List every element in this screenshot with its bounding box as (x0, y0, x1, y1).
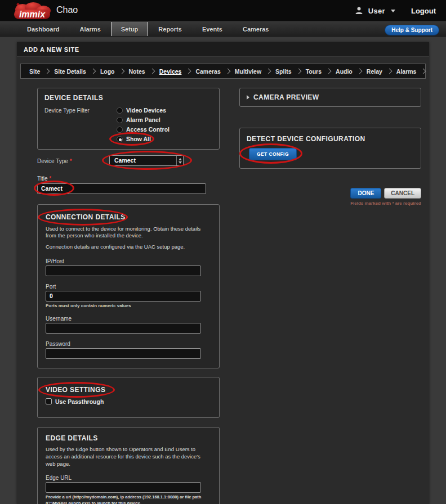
cloud-logo-icon: immix (10, 1, 54, 21)
radio-icon[interactable] (117, 117, 123, 123)
content-wrapper: ADD A NEW SITE Site Site Details Logo No… (17, 42, 429, 504)
passthrough-checkbox[interactable] (46, 398, 52, 404)
username-field-group: Username (46, 316, 211, 334)
device-type-filter-label: Device Type Filter (44, 107, 117, 142)
main-nav: Dashboard Alarms Setup Reports Events Ca… (0, 21, 446, 37)
wizard-tab-devices[interactable]: Devices (154, 68, 187, 75)
chevron-down-icon[interactable] (391, 10, 395, 12)
nav-events[interactable]: Events (192, 22, 233, 36)
wizard-tab-notes[interactable]: Notes (124, 68, 150, 75)
user-icon (355, 7, 363, 15)
down-arrow-icon (179, 161, 182, 164)
radio-icon[interactable] (117, 107, 123, 114)
wizard-tab-site-details[interactable]: Site Details (49, 68, 91, 75)
device-type-select[interactable]: Camect (109, 155, 184, 166)
camera-preview-heading[interactable]: CAMERA PREVIEW (253, 93, 319, 101)
wizard-tab-audio[interactable]: Audio (331, 68, 358, 75)
video-settings-heading: VIDEO SETTINGS (46, 386, 105, 394)
connection-description-2: Connection details are configured via th… (46, 244, 210, 251)
use-passthrough-row[interactable]: Use Passthrough (46, 398, 211, 405)
wizard-tab-splits[interactable]: Splits (270, 68, 297, 75)
username-label: Username (46, 316, 211, 322)
device-type-filter-row: Device Type Filter Video Devices Alarm P… (44, 107, 212, 142)
right-column: CAMERA PREVIEW DETECT DEVICE CONFIGURATI… (239, 88, 421, 504)
nav-setup[interactable]: Setup (111, 22, 149, 36)
edge-details-heading: EDGE DETAILS (46, 434, 211, 442)
port-label: Port (46, 284, 211, 290)
wizard-tab-site[interactable]: Site (24, 68, 45, 75)
ip-host-label: IP/Host (46, 258, 211, 264)
ip-host-input[interactable] (46, 266, 201, 276)
user-menu[interactable]: User (368, 7, 385, 15)
up-arrow-icon (179, 158, 182, 160)
wizard-tab-logo[interactable]: Logo (95, 68, 120, 75)
title-label: Title * (37, 176, 220, 182)
get-config-button[interactable]: GET CONFIG (249, 148, 297, 160)
connection-details-panel: CONNECTION DETAILS Used to connect to th… (37, 204, 220, 368)
edge-url-label: Edge URL (46, 475, 211, 481)
wizard-tab-alarms[interactable]: Alarms (391, 68, 422, 75)
page: immix Chao User Logout Dashboard Alarms … (0, 0, 446, 504)
page-title: ADD A NEW SITE (17, 42, 429, 57)
user-area: User Logout (355, 0, 436, 21)
port-input[interactable] (46, 291, 201, 302)
passthrough-label: Use Passthrough (55, 398, 104, 405)
device-type-select-wrap: Camect (109, 155, 184, 166)
immix-logo[interactable]: immix (10, 1, 54, 24)
video-settings-panel: VIDEO SETTINGS Use Passthrough (37, 377, 220, 418)
password-input[interactable] (46, 348, 201, 359)
radio-alarm-panel[interactable]: Alarm Panel (117, 116, 170, 123)
device-type-row: Device Type * Camect (37, 155, 220, 166)
edge-url-input[interactable] (46, 482, 201, 493)
port-note: Ports must only contain numeric values (46, 303, 211, 308)
logout-link[interactable]: Logout (411, 7, 436, 15)
title-input[interactable] (37, 183, 206, 194)
nav-reports[interactable]: Reports (148, 22, 192, 36)
port-field-group: Port Ports must only contain numeric val… (46, 284, 211, 308)
radio-show-all[interactable]: Show All (117, 136, 170, 142)
collapsed-arrow-icon[interactable] (247, 95, 249, 100)
radio-icon[interactable] (117, 127, 123, 133)
done-button[interactable]: DONE (350, 188, 381, 199)
left-column: DEVICE DETAILS Device Type Filter Video … (37, 88, 220, 504)
required-asterisk: * (49, 176, 51, 182)
radio-access-control[interactable]: Access Control (117, 126, 170, 133)
device-details-heading: DEVICE DETAILS (44, 94, 212, 102)
detect-config-heading: DETECT DEVICE CONFIGURATION (247, 135, 414, 143)
username-input[interactable] (46, 323, 201, 334)
radio-video-devices[interactable]: Video Devices (117, 107, 170, 114)
nav-dashboard[interactable]: Dashboard (17, 22, 69, 36)
connection-details-heading: CONNECTION DETAILS (46, 213, 126, 221)
device-type-label: Device Type * (37, 158, 109, 164)
camera-preview-panel[interactable]: CAMERA PREVIEW (239, 88, 421, 107)
nav-cameras[interactable]: Cameras (233, 22, 279, 36)
nav-alarms[interactable]: Alarms (69, 22, 110, 36)
wizard-tab-tours[interactable]: Tours (301, 68, 327, 75)
edge-url-note: Provide a url (http://mydomain.com), ip … (46, 494, 210, 504)
help-support-button[interactable]: Help & Support (385, 25, 439, 35)
wizard-tab-cameras[interactable]: Cameras (190, 68, 225, 75)
app-header: immix Chao User Logout (0, 0, 446, 21)
wizard-tab-multiview[interactable]: Multiview (230, 68, 266, 75)
detect-device-config-panel: DETECT DEVICE CONFIGURATION GET CONFIG (239, 128, 421, 169)
select-spinner-icon[interactable] (176, 156, 183, 165)
wizard-tabstrip: Site Site Details Logo Notes Devices Cam… (20, 64, 426, 79)
site-name: Chao (56, 5, 78, 15)
main-content: DEVICE DETAILS Device Type Filter Video … (17, 79, 429, 504)
required-fields-note: Fields marked with * are required (350, 201, 421, 206)
cancel-button[interactable]: CANCEL (384, 188, 421, 199)
device-details-panel: DEVICE DETAILS Device Type Filter Video … (37, 88, 220, 150)
radio-icon[interactable] (117, 136, 123, 142)
edge-details-panel: EDGE DETAILS Used by the Edge button sho… (37, 427, 220, 504)
edge-description: Used by the Edge button shown to Operato… (46, 446, 210, 467)
password-field-group: Password (46, 341, 211, 359)
ip-host-field-group: IP/Host (46, 258, 211, 276)
connection-description-1: Used to connect to the device for monito… (46, 226, 210, 240)
required-asterisk: * (70, 158, 72, 164)
password-label: Password (46, 341, 211, 347)
edge-url-field-group: Edge URL Provide a url (http://mydomain.… (46, 475, 211, 504)
brand-text: immix (19, 10, 46, 19)
title-field-group: Title * (37, 176, 220, 194)
device-type-filter-options: Video Devices Alarm Panel Access Control (117, 107, 170, 142)
wizard-tab-relay[interactable]: Relay (362, 68, 387, 75)
